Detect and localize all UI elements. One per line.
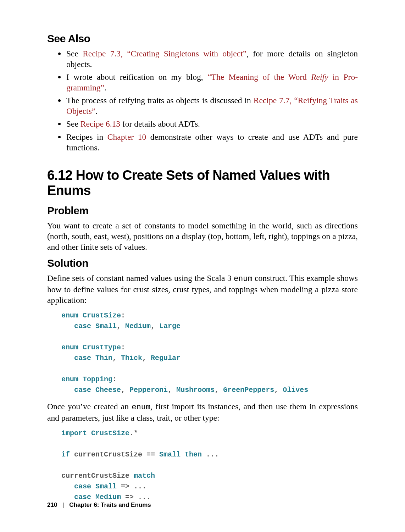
text: I wrote about reification on my blog, <box>66 72 207 82</box>
list-item: See Recipe 7.3, “Creating Singletons wit… <box>66 48 358 70</box>
problem-paragraph: You want to create a set of constants to… <box>47 220 358 252</box>
code-block-enum-usage: import CrustSize.* if currentCrustSize =… <box>61 428 358 503</box>
inline-code-enum: enum <box>132 403 150 412</box>
text: The process of reifying traits as object… <box>66 96 254 105</box>
heading-see-also: See Also <box>47 33 358 45</box>
section-heading-6-12: 6.12 How to Create Sets of Named Values … <box>47 168 358 198</box>
text: Recipes in <box>66 132 107 142</box>
link-recipe-6-13[interactable]: Recipe 6.13 <box>81 119 120 128</box>
text: See <box>66 49 83 58</box>
text: for details about ADTs. <box>120 119 200 128</box>
footer-rule <box>47 496 358 496</box>
page-content: See Also See Recipe 7.3, “Creating Singl… <box>47 33 358 508</box>
page-number: 210 <box>47 501 57 508</box>
link-chapter-10[interactable]: Chapter 10 <box>107 132 146 142</box>
list-item: Recipes in Chapter 10 demonstrate other … <box>66 132 358 153</box>
text: See <box>66 119 81 128</box>
heading-solution: Solution <box>47 257 358 269</box>
text: . <box>95 106 98 116</box>
text: . <box>104 83 106 92</box>
list-item: See Recipe 6.13 for details about ADTs. <box>66 118 358 129</box>
link-recipe-7-3[interactable]: Recipe 7.3, “Creating Singletons with ob… <box>83 49 246 58</box>
heading-problem: Problem <box>47 205 358 217</box>
list-item: I wrote about reification on my blog, “T… <box>66 72 358 93</box>
inline-code-enum: enum <box>234 275 253 283</box>
solution-paragraph-1: Define sets of constant named values usi… <box>47 273 358 305</box>
footer-separator: | <box>62 501 64 508</box>
chapter-title: Chapter 6: Traits and Enums <box>69 501 151 508</box>
text: Define sets of constant named values usi… <box>47 273 234 283</box>
page-footer: 210 | Chapter 6: Traits and Enums <box>47 501 151 509</box>
code-block-enum-defs: enum CrustSize: case Small, Medium, Larg… <box>61 310 358 395</box>
see-also-list: See Recipe 7.3, “Creating Singletons wit… <box>47 48 358 153</box>
list-item: The process of reifying traits as object… <box>66 95 358 116</box>
text: Once you’ve created an <box>47 402 132 411</box>
solution-paragraph-2: Once you’ve created an enum, first impor… <box>47 401 358 423</box>
